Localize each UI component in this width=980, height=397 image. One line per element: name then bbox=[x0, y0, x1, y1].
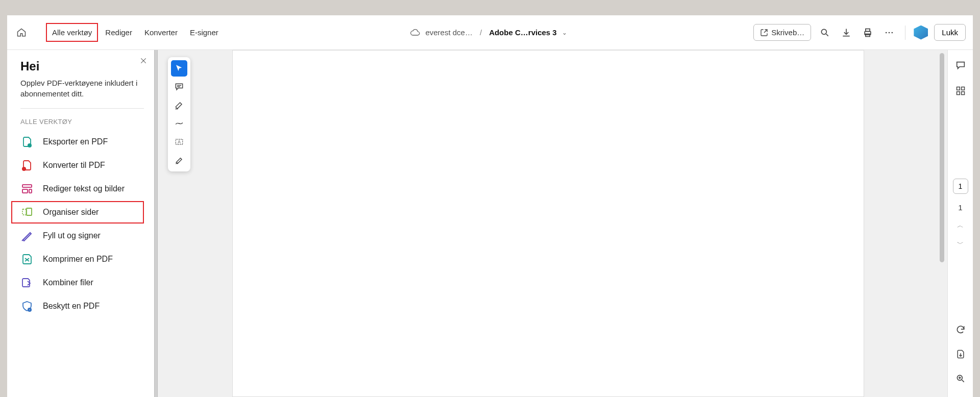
zoom-button[interactable] bbox=[952, 370, 969, 387]
ellipsis-icon bbox=[884, 28, 894, 38]
export-pdf-icon: + bbox=[20, 135, 34, 148]
tab-edit[interactable]: Rediger bbox=[100, 24, 137, 41]
open-desktop-label: Skriveb… bbox=[771, 28, 804, 37]
zoom-in-icon bbox=[955, 374, 966, 384]
quicktool-draw[interactable] bbox=[171, 115, 187, 132]
tool-fill-sign[interactable]: Fyll ut og signer bbox=[11, 225, 144, 247]
cloud-icon bbox=[410, 28, 420, 38]
sidebar-close-button[interactable] bbox=[140, 57, 147, 64]
thumbnails-button[interactable] bbox=[952, 83, 969, 99]
svg-line-31 bbox=[962, 380, 964, 382]
download-button[interactable] bbox=[839, 25, 854, 40]
download-icon bbox=[841, 28, 851, 38]
tool-convert-pdf[interactable]: + Konverter til PDF bbox=[11, 154, 144, 177]
quick-tools-palette: A bbox=[168, 57, 190, 171]
protect-pdf-icon bbox=[20, 300, 34, 313]
svg-point-7 bbox=[892, 32, 893, 33]
quicktool-highlight[interactable] bbox=[171, 97, 187, 113]
external-link-icon bbox=[760, 29, 768, 37]
svg-rect-17 bbox=[27, 208, 32, 215]
textbox-icon: A bbox=[174, 137, 184, 147]
svg-rect-20 bbox=[29, 309, 31, 311]
page-up-button[interactable]: ︿ bbox=[957, 221, 964, 230]
avatar[interactable] bbox=[914, 26, 928, 40]
svg-point-5 bbox=[886, 32, 887, 33]
sidebar-divider bbox=[20, 108, 144, 109]
search-button[interactable] bbox=[817, 25, 832, 40]
toolbar-divider bbox=[905, 26, 905, 40]
page-total: 1 bbox=[958, 203, 962, 212]
tab-convert[interactable]: Konverter bbox=[139, 24, 183, 41]
svg-point-0 bbox=[822, 29, 827, 34]
rotate-icon bbox=[955, 325, 966, 335]
edit-text-icon bbox=[20, 182, 34, 195]
page-number-input[interactable]: 1 bbox=[953, 179, 968, 194]
tab-all-tools[interactable]: Alle verktøy bbox=[46, 23, 98, 42]
top-toolbar: Alle verktøy Rediger Konverter E-signer … bbox=[7, 15, 973, 50]
close-icon bbox=[140, 57, 147, 64]
print-button[interactable] bbox=[860, 25, 875, 40]
tool-compress-pdf[interactable]: Komprimer en PDF bbox=[11, 248, 144, 270]
svg-rect-14 bbox=[22, 185, 32, 187]
main-tabs: Alle verktøy Rediger Konverter E-signer bbox=[46, 23, 224, 42]
svg-line-1 bbox=[826, 34, 828, 36]
svg-text:+: + bbox=[29, 144, 31, 147]
comments-panel-button[interactable] bbox=[952, 57, 969, 73]
tool-export-pdf[interactable]: + Eksporter en PDF bbox=[11, 131, 144, 153]
organize-pages-icon bbox=[20, 206, 34, 219]
sidebar-title: Hei bbox=[20, 59, 144, 73]
grid-icon bbox=[955, 86, 966, 96]
combine-files-icon bbox=[20, 276, 34, 289]
tool-label: Rediger tekst og bilder bbox=[43, 184, 125, 193]
tool-label: Fyll ut og signer bbox=[43, 231, 101, 240]
cloud-location[interactable]: everest dce… bbox=[410, 28, 473, 38]
sidebar-subtitle: Opplev PDF-verktøyene inkludert i abonne… bbox=[20, 78, 144, 99]
tool-label: Komprimer en PDF bbox=[43, 255, 113, 264]
sidebar-resizer[interactable] bbox=[154, 50, 158, 397]
svg-rect-26 bbox=[957, 87, 960, 90]
quicktool-select[interactable] bbox=[171, 60, 187, 77]
open-desktop-button[interactable]: Skriveb… bbox=[753, 24, 811, 41]
file-name-dropdown[interactable]: Adobe C…rvices 3 ⌄ bbox=[489, 28, 567, 37]
sign-icon bbox=[174, 155, 184, 165]
tool-list: + Eksporter en PDF + Konverter til PDF R… bbox=[11, 131, 144, 317]
tool-label: Eksporter en PDF bbox=[43, 137, 108, 146]
speech-bubble-icon bbox=[955, 60, 966, 71]
search-icon bbox=[820, 28, 830, 38]
rotate-button[interactable] bbox=[952, 321, 969, 338]
tool-label: Konverter til PDF bbox=[43, 161, 105, 170]
toolbar-right: Skriveb… Lukk bbox=[753, 24, 966, 41]
tool-label: Organiser sider bbox=[43, 208, 99, 217]
convert-pdf-icon: + bbox=[20, 159, 34, 172]
page-down-button[interactable]: ﹀ bbox=[957, 239, 964, 249]
tool-combine-files[interactable]: Kombiner filer bbox=[11, 271, 144, 294]
document-page[interactable] bbox=[232, 50, 864, 397]
svg-rect-27 bbox=[961, 87, 964, 90]
home-button[interactable] bbox=[14, 26, 29, 40]
sidebar: Hei Opplev PDF-verktøyene inkludert i ab… bbox=[7, 50, 154, 397]
right-rail: 1 1 ︿ ﹀ bbox=[947, 50, 973, 397]
quicktool-textbox[interactable]: A bbox=[171, 134, 187, 150]
compress-pdf-icon bbox=[20, 253, 34, 266]
cursor-icon bbox=[175, 64, 184, 73]
svg-point-6 bbox=[889, 32, 890, 33]
comment-icon bbox=[174, 82, 184, 92]
svg-rect-28 bbox=[957, 92, 960, 95]
sidebar-section-label: ALLE VERKTØY bbox=[20, 118, 144, 126]
quicktool-comment[interactable] bbox=[171, 79, 187, 95]
more-button[interactable] bbox=[881, 25, 897, 40]
highlight-icon bbox=[174, 100, 184, 110]
svg-rect-3 bbox=[866, 29, 870, 31]
close-button[interactable]: Lukk bbox=[934, 24, 966, 41]
svg-rect-18 bbox=[22, 209, 26, 215]
tool-organize-pages[interactable]: Organiser sider bbox=[11, 201, 144, 224]
tool-protect-pdf[interactable]: Beskytt en PDF bbox=[11, 295, 144, 317]
cloud-location-text: everest dce… bbox=[425, 28, 473, 37]
tool-edit-text[interactable]: Rediger tekst og bilder bbox=[11, 178, 144, 200]
toolbar-center: everest dce… / Adobe C…rvices 3 ⌄ bbox=[228, 28, 749, 38]
svg-text:+: + bbox=[23, 167, 25, 171]
page-properties-button[interactable] bbox=[952, 346, 969, 362]
vertical-scrollbar[interactable] bbox=[940, 53, 944, 262]
quicktool-sign[interactable] bbox=[171, 152, 187, 168]
tab-esign[interactable]: E-signer bbox=[185, 24, 224, 41]
